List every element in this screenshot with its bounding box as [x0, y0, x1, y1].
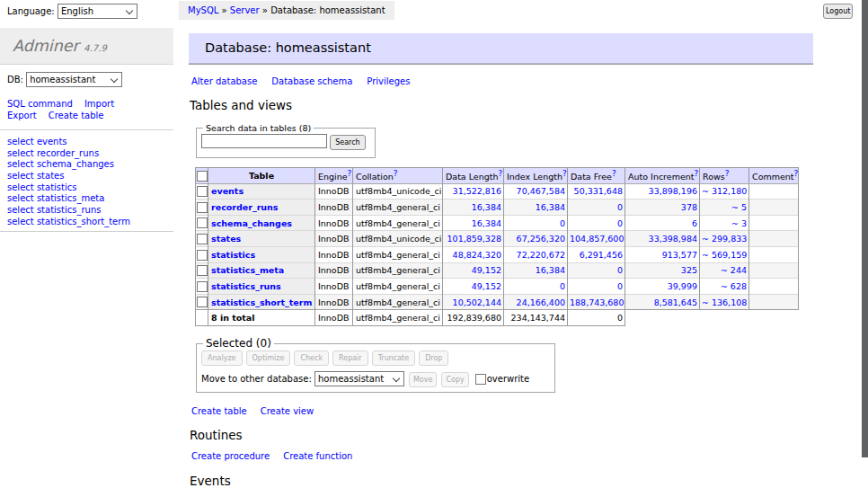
cell-data-length-link[interactable]: 16,384	[472, 218, 501, 228]
checkbox-recorder-runs[interactable]	[197, 202, 208, 213]
cell-data-free-link[interactable]: 0	[617, 265, 623, 275]
comment-help-link[interactable]: ?	[794, 169, 799, 178]
move-button[interactable]: Move	[409, 372, 437, 387]
sidebar-select-recorder-runs[interactable]: select recorder_runs	[7, 148, 130, 160]
sidebar-select-statistics[interactable]: select statistics	[7, 182, 130, 194]
cell-rows-link[interactable]: ~ 299,833	[702, 234, 747, 244]
copy-button[interactable]: Copy	[441, 372, 468, 387]
analyze-button[interactable]: Analyze	[201, 350, 243, 366]
move-database-select[interactable]: homeassistant	[314, 371, 404, 386]
cell-data-free-link[interactable]: 6,291,456	[580, 250, 623, 260]
database-schema-link[interactable]: Database schema	[271, 76, 352, 86]
checkbox-statistics-short-term[interactable]	[197, 297, 208, 307]
cell-auto-increment-link[interactable]: 39,999	[668, 281, 697, 291]
cell-auto-increment-link[interactable]: 33,898,196	[649, 186, 697, 196]
cell-index-length-link[interactable]: 24,166,400	[517, 297, 565, 307]
rows-help-link[interactable]: ?	[725, 169, 730, 178]
search-button[interactable]: Search	[330, 135, 365, 150]
cell-data-free-link[interactable]: 0	[617, 281, 623, 291]
sidebar-select-events[interactable]: select events	[7, 137, 130, 148]
overwrite-checkbox[interactable]	[475, 374, 486, 385]
index-length-help-link[interactable]: ?	[562, 169, 567, 178]
cell-data-length-link[interactable]: 31,522,816	[453, 186, 501, 196]
collation-help-link[interactable]: ?	[394, 169, 398, 178]
sql-command-link[interactable]: SQL command	[7, 99, 73, 109]
language-select[interactable]: English	[58, 4, 137, 19]
cell-auto-increment-link[interactable]: 378	[681, 202, 697, 212]
create-table-link[interactable]: Create table	[191, 406, 247, 416]
table-link-states[interactable]: states	[211, 234, 241, 244]
cell-index-length-link[interactable]: 67,256,320	[517, 234, 565, 244]
checkbox-schema-changes[interactable]	[197, 217, 208, 228]
create-view-link[interactable]: Create view	[261, 406, 314, 416]
cell-auto-increment-link[interactable]: 913,577	[662, 250, 697, 260]
checkbox-statistics[interactable]	[197, 250, 208, 261]
check-button[interactable]: Check	[294, 350, 329, 366]
cell-rows-link[interactable]: ~ 3	[731, 218, 747, 228]
cell-data-length-link[interactable]: 10,502,144	[453, 297, 501, 307]
search-input[interactable]	[201, 134, 327, 148]
table-link-statistics-meta[interactable]: statistics_meta	[211, 265, 284, 275]
cell-auto-increment-link[interactable]: 6	[692, 218, 697, 228]
cell-data-free-link[interactable]: 50,331,648	[574, 186, 623, 196]
select-all-checkbox[interactable]	[197, 171, 208, 182]
create-table-link-sidebar[interactable]: Create table	[49, 111, 104, 120]
optimize-button[interactable]: Optimize	[246, 350, 291, 366]
table-link-schema-changes[interactable]: schema_changes	[211, 218, 292, 228]
cell-auto-increment-link[interactable]: 325	[681, 265, 697, 275]
cell-data-length-link[interactable]: 49,152	[472, 281, 501, 291]
create-function-link[interactable]: Create function	[283, 451, 352, 461]
auto-increment-help-link[interactable]: ?	[695, 169, 699, 178]
repair-button[interactable]: Repair	[332, 350, 368, 366]
cell-data-free-link[interactable]: 188,743,680	[570, 297, 624, 307]
sidebar-select-statistics-meta[interactable]: select statistics_meta	[7, 193, 130, 205]
scrollbar[interactable]	[862, 0, 868, 457]
breadcrumb-server-link[interactable]: Server	[230, 5, 260, 15]
cell-rows-link[interactable]: ~ 5	[731, 202, 747, 212]
import-link[interactable]: Import	[84, 99, 114, 109]
export-link[interactable]: Export	[7, 111, 37, 120]
checkbox-events[interactable]	[197, 186, 208, 197]
cell-index-length-link[interactable]: 0	[560, 218, 565, 228]
checkbox-statistics-meta[interactable]	[197, 265, 208, 276]
privileges-link[interactable]: Privileges	[367, 76, 410, 86]
cell-rows-link[interactable]: ~ 244	[721, 265, 747, 275]
table-link-statistics-runs[interactable]: statistics_runs	[211, 281, 281, 291]
cell-rows-link[interactable]: ~ 569,159	[702, 250, 747, 260]
table-link-events[interactable]: events	[211, 186, 244, 196]
engine-help-link[interactable]: ?	[348, 169, 352, 178]
cell-rows-link[interactable]: ~ 628	[721, 281, 747, 291]
truncate-button[interactable]: Truncate	[372, 350, 416, 366]
cell-index-length-link[interactable]: 0	[560, 281, 565, 291]
sidebar-select-schema-changes[interactable]: select schema_changes	[7, 159, 130, 171]
checkbox-states[interactable]	[197, 234, 208, 244]
cell-index-length-link[interactable]: 16,384	[536, 202, 565, 212]
cell-data-length-link[interactable]: 48,824,320	[453, 250, 501, 260]
cell-data-length-link[interactable]: 16,384	[472, 202, 501, 212]
table-link-statistics[interactable]: statistics	[211, 250, 255, 260]
create-procedure-link[interactable]: Create procedure	[191, 451, 270, 461]
drop-button[interactable]: Drop	[419, 350, 448, 366]
logout-button[interactable]: Logout	[823, 4, 853, 19]
table-link-recorder-runs[interactable]: recorder_runs	[211, 202, 279, 212]
data-length-help-link[interactable]: ?	[498, 169, 502, 178]
sidebar-select-states[interactable]: select states	[7, 171, 130, 182]
cell-data-free-link[interactable]: 0	[617, 202, 623, 212]
cell-index-length-link[interactable]: 70,467,584	[517, 186, 565, 196]
sidebar-select-statistics-short-term[interactable]: select statistics_short_term	[7, 217, 130, 228]
cell-index-length-link[interactable]: 16,384	[536, 265, 565, 275]
cell-data-length-link[interactable]: 49,152	[472, 265, 501, 275]
breadcrumb-mysql-link[interactable]: MySQL	[188, 5, 218, 15]
db-select[interactable]: homeassistant	[26, 72, 122, 87]
sidebar-select-statistics-runs[interactable]: select statistics_runs	[7, 205, 130, 217]
table-link-statistics-short-term[interactable]: statistics_short_term	[211, 297, 312, 307]
cell-auto-increment-link[interactable]: 33,398,984	[649, 234, 697, 244]
cell-data-free-link[interactable]: 0	[617, 218, 623, 228]
cell-rows-link[interactable]: ~ 312,180	[702, 186, 747, 196]
data-free-help-link[interactable]: ?	[612, 169, 616, 178]
cell-index-length-link[interactable]: 72,220,672	[517, 250, 565, 260]
cell-data-length-link[interactable]: 101,859,328	[447, 234, 501, 244]
alter-database-link[interactable]: Alter database	[191, 76, 257, 86]
cell-rows-link[interactable]: ~ 136,108	[702, 297, 747, 307]
cell-auto-increment-link[interactable]: 8,581,645	[654, 297, 697, 307]
